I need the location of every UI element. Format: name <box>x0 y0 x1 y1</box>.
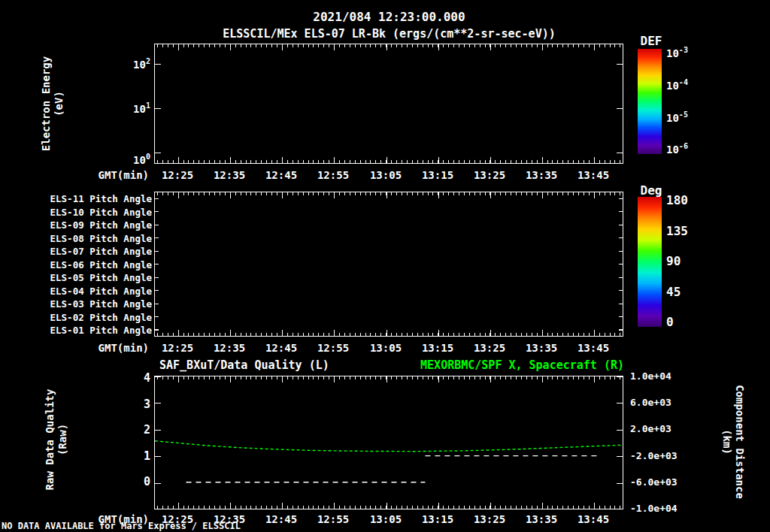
panel3-right-y-axis-label-line1: Component Distance <box>734 385 746 499</box>
ytick-label: 1.0e+04 <box>630 370 678 382</box>
x-tick-label: 13:45 <box>578 169 609 181</box>
panel2-row-labels: ELS-11 Pitch Angle ELS-10 Pitch Angle EL… <box>45 193 152 336</box>
colorbar1-tick: 10-4 <box>666 78 688 92</box>
colorbar2-gradient <box>638 197 662 327</box>
panel2-right-axis-ticks <box>617 192 623 336</box>
ytick-label: 6.0e+03 <box>630 397 678 408</box>
colorbar1-labels: 10-3 10-4 10-5 10-6 <box>666 46 688 156</box>
ytick-exponent: -5 <box>679 110 688 119</box>
colorbar1-title: DEF <box>636 34 666 48</box>
colorbar1-tick: 10-5 <box>666 110 688 124</box>
colorbar1-tick: 10-3 <box>666 46 688 59</box>
row-label: ELS-08 Pitch Angle <box>50 233 152 244</box>
panel3-left-y-axis-label: Raw Data Quality (Raw) <box>44 379 69 500</box>
x-tick-label: 13:15 <box>422 342 453 354</box>
row-label: ELS-04 Pitch Angle <box>50 286 152 297</box>
panel3-right-title: MEXORBMC/SPF X, Spacecraft (R) <box>154 358 624 372</box>
ytick-base: 10 <box>133 59 146 71</box>
panel2-left-axis-ticks <box>155 192 161 336</box>
panel3-right-y-axis-label: Component Distance (km) <box>720 374 746 509</box>
panel1-top-axis-ticks <box>155 44 623 50</box>
panel2-plot-area <box>154 192 623 337</box>
ytick-exponent: -4 <box>679 78 688 86</box>
ytick-base: 10 <box>666 144 679 156</box>
ytick-exponent: 2 <box>146 57 150 65</box>
panel2-top-axis-ticks <box>155 192 623 198</box>
ytick-exponent: 1 <box>146 101 150 110</box>
colorbar2-labels: 180 135 90 45 0 <box>666 193 688 329</box>
panel3-left-yticks: 4 3 2 1 0 <box>119 371 150 488</box>
x-tick-label: 13:05 <box>370 169 402 181</box>
plot-screen: 2021/084 12:23:00.000 ELSSCIL/MEx ELS-07… <box>0 0 770 532</box>
ytick-base: 10 <box>666 79 679 91</box>
panel3-right-y-axis-label-line2: (km) <box>721 429 733 455</box>
colorbar1-tick: 10-6 <box>666 142 688 156</box>
panel1-plot-area <box>154 44 623 164</box>
panel1-ytick: 100 <box>111 153 150 166</box>
panel1-ytick: 101 <box>111 101 150 115</box>
row-label: ELS-09 Pitch Angle <box>50 219 152 231</box>
panel1-y-axis-label: Electron Energy (eV) <box>40 44 65 164</box>
panel1-left-axis-ticks <box>155 44 161 163</box>
panel3-svg <box>155 376 623 509</box>
ytick-base: 10 <box>666 111 679 123</box>
x-tick-label: 12:35 <box>214 169 245 181</box>
ytick-base: 10 <box>133 154 146 166</box>
colorbar2-tick: 45 <box>666 285 688 299</box>
ytick-label: 3 <box>144 397 150 411</box>
ytick-label: -2.0e+03 <box>630 450 678 461</box>
x-tick-label: 13:35 <box>526 169 557 181</box>
panel2-bottom-axis-ticks <box>155 330 623 336</box>
x-tick-label: 13:45 <box>578 513 609 525</box>
row-label: ELS-07 Pitch Angle <box>50 246 152 257</box>
panel3-left-y-axis-label-line1: Raw Data Quality <box>44 389 56 491</box>
colorbar1-gradient <box>638 49 662 154</box>
colorbar2-title: Deg <box>636 183 666 198</box>
x-axis-label: GMT(min) <box>83 169 149 181</box>
x-tick-label: 12:45 <box>265 342 297 354</box>
x-tick-label: 13:35 <box>526 342 557 354</box>
ytick-label: -6.0e+03 <box>630 476 678 488</box>
x-tick-label: 12:45 <box>265 169 297 181</box>
no-data-message: NO DATA AVAILABLE for Mars Express / ELS… <box>2 521 241 532</box>
ytick-label: 0 <box>144 475 150 488</box>
x-tick-label: 12:55 <box>317 513 349 525</box>
x-tick-label: 13:15 <box>422 513 453 525</box>
row-label: ELS-11 Pitch Angle <box>50 193 152 204</box>
x-tick-label: 13:35 <box>526 513 557 525</box>
colorbar2-tick: 0 <box>666 315 688 329</box>
x-tick-label: 12:25 <box>162 342 193 354</box>
colorbar2-tick: 180 <box>666 193 688 207</box>
ytick-label: -1.0e+04 <box>630 503 678 514</box>
panel1-right-axis-ticks <box>617 44 623 163</box>
row-label: ELS-01 Pitch Angle <box>50 325 152 336</box>
x-tick-label: 12:45 <box>265 513 297 525</box>
x-tick-label: 12:35 <box>214 342 245 354</box>
x-axis-label: GMT(min) <box>83 342 149 354</box>
ytick-base: 10 <box>133 103 146 115</box>
x-tick-label: 13:25 <box>474 169 505 181</box>
colorbar2-tick: 90 <box>666 254 688 268</box>
x-tick-label: 13:25 <box>474 513 505 525</box>
row-label: ELS-03 Pitch Angle <box>50 298 152 310</box>
x-tick-label: 13:25 <box>474 342 505 354</box>
row-label: ELS-06 Pitch Angle <box>50 259 152 271</box>
panel1-y-axis-label-line1: Electron Energy <box>40 56 52 151</box>
x-tick-label: 13:15 <box>422 169 453 181</box>
row-label: ELS-02 Pitch Angle <box>50 312 152 323</box>
x-tick-label: 13:05 <box>370 513 402 525</box>
panel1-y-axis-label-line2: (eV) <box>53 91 65 116</box>
panel1-x-axis: GMT(min) 12:25 12:35 12:45 12:55 13:05 1… <box>154 169 624 181</box>
ytick-exponent: 0 <box>146 153 150 161</box>
row-label: ELS-10 Pitch Angle <box>50 207 152 218</box>
ytick-exponent: -3 <box>679 46 688 54</box>
panel3-left-y-axis-label-line2: (Raw) <box>56 424 68 455</box>
panel2-x-axis: GMT(min) 12:25 12:35 12:45 12:55 13:05 1… <box>154 342 624 354</box>
page-title: ELSSCIL/MEx ELS-07 LR-Bk (ergs/(cm**2-sr… <box>154 27 624 41</box>
row-label: ELS-05 Pitch Angle <box>50 272 152 283</box>
x-tick-label: 12:55 <box>317 169 349 181</box>
x-tick-label: 13:05 <box>370 342 402 354</box>
ytick-label: 2.0e+03 <box>630 423 678 434</box>
ytick-exponent: -6 <box>679 142 688 150</box>
ytick-base: 10 <box>666 47 679 59</box>
